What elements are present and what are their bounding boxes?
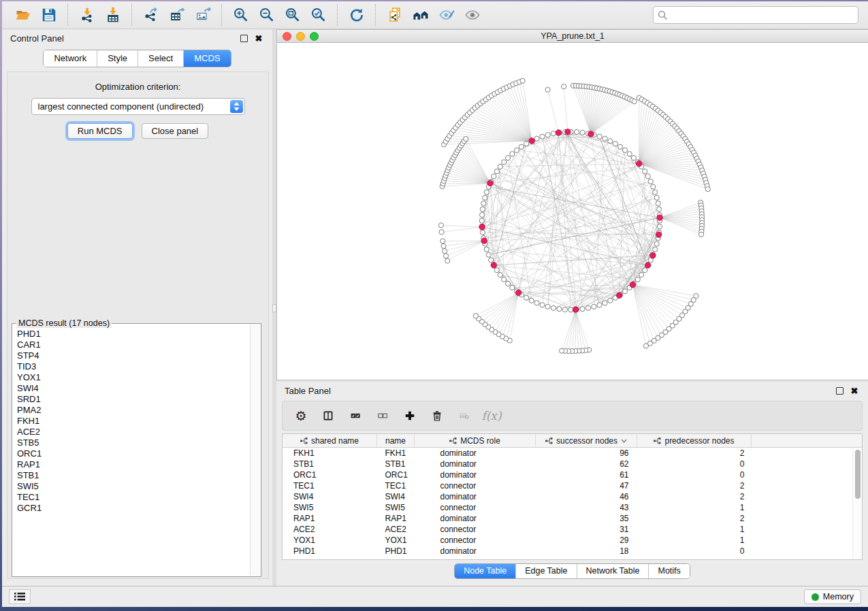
network-node[interactable] (505, 281, 510, 286)
table-cell[interactable]: connector (415, 480, 536, 491)
table-cell[interactable]: connector (415, 502, 536, 513)
network-node[interactable] (562, 307, 567, 312)
network-node[interactable] (585, 306, 590, 310)
table-cell[interactable]: 2 (637, 491, 752, 502)
network-hub-node[interactable] (656, 232, 661, 237)
list-item[interactable]: PHD1 (17, 329, 261, 340)
network-node[interactable] (654, 242, 659, 246)
list-item[interactable]: SWI5 (17, 481, 261, 492)
network-node[interactable] (445, 259, 450, 263)
network-node[interactable] (597, 134, 602, 139)
network-node[interactable] (484, 247, 489, 252)
list-item[interactable]: STB5 (17, 437, 261, 448)
network-node[interactable] (551, 131, 556, 136)
table-cell[interactable]: PHD1 (283, 546, 377, 557)
table-cell[interactable]: STB1 (283, 459, 377, 469)
network-node[interactable] (618, 144, 623, 149)
network-node[interactable] (440, 239, 445, 244)
table-row[interactable]: ACE2ACE2connector311 (283, 524, 862, 535)
table-cell[interactable]: 0 (637, 459, 752, 469)
table-cell[interactable]: FKH1 (377, 448, 415, 459)
network-node[interactable] (438, 223, 443, 228)
network-hub-node[interactable] (565, 129, 570, 135)
table-cell[interactable]: 43 (536, 502, 637, 513)
zoom-in-button[interactable] (229, 3, 253, 27)
network-node[interactable] (479, 212, 484, 217)
network-node[interactable] (514, 148, 519, 152)
network-node[interactable] (486, 252, 491, 257)
network-hub-node[interactable] (616, 293, 622, 298)
network-node[interactable] (439, 229, 444, 234)
table-row[interactable]: SWI4SWI4dominator462 (283, 491, 862, 502)
refresh-network-button[interactable] (344, 3, 369, 27)
table-cell[interactable]: ACE2 (283, 524, 377, 535)
network-node[interactable] (698, 232, 703, 237)
table-cell[interactable]: YOX1 (283, 535, 377, 546)
table-cell[interactable]: 0 (637, 546, 752, 557)
mcds-result-scrollbar[interactable] (250, 325, 260, 576)
network-node[interactable] (653, 190, 658, 195)
table-cell[interactable]: FKH1 (283, 448, 377, 459)
network-hub-node[interactable] (637, 161, 642, 166)
network-node[interactable] (534, 301, 539, 306)
table-row[interactable]: TEC1TEC1connector472 (283, 480, 862, 491)
table-cell[interactable]: 61 (536, 469, 637, 480)
tab-network[interactable]: Network (44, 50, 97, 67)
list-item[interactable]: YOX1 (17, 372, 261, 383)
network-node[interactable] (657, 207, 662, 212)
network-node[interactable] (502, 160, 507, 165)
network-node[interactable] (524, 295, 529, 300)
network-node[interactable] (639, 272, 644, 277)
table-cell[interactable]: connector (415, 524, 536, 535)
network-node[interactable] (635, 277, 640, 282)
delete-table-button[interactable] (455, 406, 473, 425)
table-scrollbar[interactable] (852, 448, 862, 559)
network-node[interactable] (479, 218, 484, 223)
network-node[interactable] (551, 306, 556, 310)
save-session-button[interactable] (37, 3, 61, 27)
table-cell[interactable]: 1 (637, 502, 752, 513)
network-node[interactable] (492, 174, 496, 179)
list-item[interactable]: FKH1 (17, 416, 261, 427)
table-cell[interactable]: 62 (536, 459, 637, 469)
network-node[interactable] (480, 207, 485, 212)
zoom-selected-button[interactable] (306, 3, 331, 27)
add-column-button[interactable] (401, 406, 419, 425)
table-cell[interactable]: SWI4 (283, 491, 377, 502)
network-hub-node[interactable] (487, 180, 493, 186)
table-cell[interactable]: ACE2 (377, 524, 415, 535)
export-image-button[interactable] (191, 3, 215, 27)
table-row[interactable]: ORC1ORC1dominator610 (283, 469, 862, 480)
list-item[interactable]: ACE2 (17, 427, 261, 437)
network-node[interactable] (562, 84, 566, 89)
first-neighbors-button[interactable] (408, 3, 433, 27)
splitter-handle[interactable] (272, 304, 276, 312)
tab-network-table[interactable]: Network Table (577, 564, 649, 578)
network-hub-node[interactable] (491, 263, 496, 268)
list-item[interactable]: STP4 (17, 350, 261, 361)
network-node[interactable] (574, 129, 579, 134)
tab-mcds[interactable]: MCDS (183, 50, 230, 67)
network-node[interactable] (632, 99, 637, 104)
network-node[interactable] (657, 224, 662, 229)
table-cell[interactable]: SWI5 (283, 502, 377, 513)
optimization-criterion-select[interactable]: largest connected component (undirected) (31, 98, 245, 115)
close-table-panel-button[interactable]: ✖ (849, 385, 860, 396)
tab-motifs[interactable]: Motifs (648, 564, 689, 578)
close-panel-button[interactable]: ✖ (253, 33, 264, 44)
network-node[interactable] (519, 144, 524, 149)
network-node[interactable] (505, 155, 510, 160)
table-cell[interactable]: 2 (637, 513, 752, 524)
network-node[interactable] (580, 130, 585, 135)
network-node[interactable] (529, 298, 534, 303)
network-hub-node[interactable] (645, 263, 650, 268)
network-node[interactable] (502, 277, 507, 282)
table-cell[interactable]: 35 (536, 513, 637, 524)
tab-node-table[interactable]: Node Table (455, 564, 515, 578)
table-row[interactable]: STB1STB1dominator620 (283, 459, 862, 469)
network-node[interactable] (643, 344, 648, 348)
panel-splitter[interactable] (272, 29, 276, 586)
network-node[interactable] (613, 142, 617, 146)
run-mcds-button[interactable]: Run MCDS (67, 123, 133, 139)
table-cell[interactable]: PHD1 (377, 546, 415, 557)
